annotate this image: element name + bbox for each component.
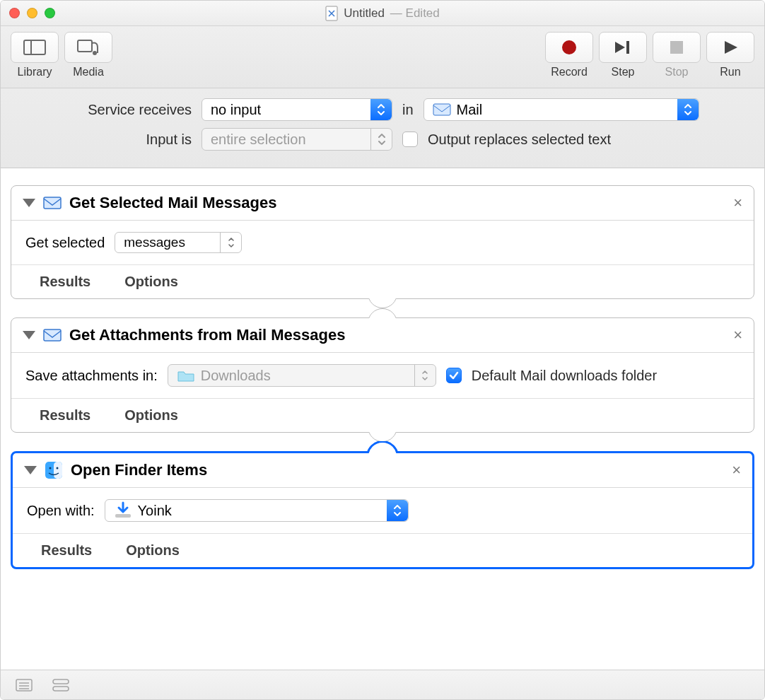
open-with-label: Open with: bbox=[27, 503, 95, 519]
chevron-updown-icon bbox=[377, 133, 387, 146]
stop-label: Stop bbox=[665, 66, 689, 78]
svg-rect-1 bbox=[24, 40, 45, 54]
library-icon bbox=[23, 37, 47, 57]
step-label: Step bbox=[612, 66, 635, 78]
close-action-button[interactable]: × bbox=[732, 462, 741, 478]
svg-rect-8 bbox=[670, 41, 683, 54]
media-label: Media bbox=[73, 66, 104, 78]
connector-in bbox=[363, 306, 402, 318]
chevron-updown-icon bbox=[421, 370, 429, 381]
record-icon bbox=[557, 37, 581, 57]
disclosure-triangle-icon[interactable] bbox=[23, 331, 35, 339]
options-tab[interactable]: Options bbox=[112, 542, 180, 559]
service-receives-select[interactable]: no input bbox=[202, 98, 392, 121]
library-button[interactable] bbox=[11, 32, 59, 63]
connector-in bbox=[363, 441, 402, 453]
input-is-select: entire selection bbox=[202, 128, 392, 151]
step-icon bbox=[611, 37, 635, 57]
output-replaces-label: Output replaces selected text bbox=[428, 132, 611, 148]
svg-point-4 bbox=[93, 51, 97, 55]
action-title: Open Finder Items bbox=[71, 461, 207, 479]
open-with-value: Yoink bbox=[138, 503, 172, 519]
titlebar: Untitled — Edited bbox=[1, 1, 764, 26]
in-label: in bbox=[402, 102, 414, 118]
get-selected-label: Get selected bbox=[25, 235, 105, 251]
window-title: Untitled bbox=[344, 6, 385, 21]
mail-app-icon bbox=[42, 325, 62, 345]
library-label: Library bbox=[18, 66, 52, 78]
stop-button[interactable] bbox=[653, 32, 701, 63]
service-app-select[interactable]: Mail bbox=[424, 98, 699, 121]
stop-icon bbox=[665, 37, 689, 57]
default-downloads-checkbox[interactable] bbox=[446, 368, 462, 383]
close-action-button[interactable]: × bbox=[733, 195, 742, 211]
service-settings: Service receives no input in Mail Input … bbox=[1, 88, 764, 168]
media-icon bbox=[76, 37, 100, 57]
service-app-value: Mail bbox=[457, 102, 483, 118]
svg-rect-17 bbox=[115, 514, 131, 518]
get-selected-select[interactable]: messages bbox=[115, 232, 242, 253]
chevron-updown-icon bbox=[376, 103, 386, 116]
results-tab[interactable]: Results bbox=[25, 407, 90, 424]
run-icon bbox=[718, 37, 742, 57]
input-is-label: Input is bbox=[22, 132, 192, 148]
save-attachments-folder-select: Downloads bbox=[168, 364, 436, 387]
disclosure-triangle-icon[interactable] bbox=[23, 199, 35, 207]
action-get-selected-mail-messages[interactable]: Get Selected Mail Messages × Get selecte… bbox=[11, 185, 754, 299]
svg-rect-11 bbox=[44, 197, 61, 209]
action-get-attachments-from-mail-messages[interactable]: Get Attachments from Mail Messages × Sav… bbox=[11, 317, 754, 433]
results-tab[interactable]: Results bbox=[25, 274, 90, 290]
chevron-updown-icon bbox=[227, 237, 235, 248]
minimize-window-button[interactable] bbox=[27, 8, 37, 18]
output-replaces-checkbox[interactable] bbox=[402, 132, 418, 147]
svg-rect-7 bbox=[626, 41, 629, 54]
svg-rect-23 bbox=[53, 687, 69, 691]
disclosure-triangle-icon[interactable] bbox=[24, 466, 37, 474]
svg-rect-14 bbox=[54, 462, 62, 479]
input-is-value: entire selection bbox=[211, 132, 306, 148]
svg-point-15 bbox=[49, 467, 52, 469]
svg-point-5 bbox=[562, 40, 576, 54]
open-with-select[interactable]: Yoink bbox=[105, 499, 409, 522]
service-receives-label: Service receives bbox=[22, 102, 192, 118]
workflow-document-icon bbox=[325, 6, 338, 21]
action-title: Get Selected Mail Messages bbox=[69, 194, 276, 212]
action-open-finder-items[interactable]: Open Finder Items × Open with: Yoink Res… bbox=[11, 451, 754, 569]
folder-icon bbox=[177, 368, 195, 383]
run-label: Run bbox=[720, 66, 740, 78]
window-controls bbox=[9, 8, 55, 18]
workflow-canvas[interactable]: Get Selected Mail Messages × Get selecte… bbox=[1, 168, 764, 670]
save-attachments-folder-value: Downloads bbox=[201, 368, 271, 384]
record-label: Record bbox=[551, 66, 588, 78]
close-window-button[interactable] bbox=[9, 8, 20, 18]
chevron-updown-icon bbox=[392, 504, 402, 517]
checkmark-icon bbox=[448, 370, 460, 381]
results-tab[interactable]: Results bbox=[27, 542, 92, 559]
chevron-updown-icon bbox=[683, 103, 693, 116]
media-button[interactable] bbox=[64, 32, 112, 63]
svg-rect-0 bbox=[326, 6, 337, 21]
options-tab[interactable]: Options bbox=[110, 407, 178, 424]
svg-rect-22 bbox=[53, 679, 69, 684]
svg-rect-3 bbox=[78, 40, 92, 52]
log-view-button[interactable] bbox=[15, 677, 33, 693]
zoom-window-button[interactable] bbox=[45, 8, 55, 18]
svg-marker-6 bbox=[615, 42, 625, 53]
service-receives-value: no input bbox=[211, 102, 261, 118]
options-tab[interactable]: Options bbox=[110, 274, 178, 290]
action-title: Get Attachments from Mail Messages bbox=[69, 326, 345, 344]
step-button[interactable] bbox=[599, 32, 647, 63]
yoink-app-icon bbox=[114, 503, 132, 518]
run-button[interactable] bbox=[706, 32, 754, 63]
toolbar: Library Media Record Step Stop bbox=[1, 26, 764, 88]
svg-rect-12 bbox=[44, 329, 61, 341]
default-downloads-label: Default Mail downloads folder bbox=[472, 368, 657, 384]
save-attachments-label: Save attachments in: bbox=[25, 368, 158, 384]
mail-app-icon bbox=[42, 193, 62, 213]
status-bar bbox=[1, 670, 764, 699]
close-action-button[interactable]: × bbox=[733, 327, 742, 343]
finder-app-icon bbox=[44, 460, 64, 480]
record-button[interactable] bbox=[545, 32, 593, 63]
svg-rect-10 bbox=[433, 104, 450, 115]
variables-view-button[interactable] bbox=[52, 677, 70, 693]
